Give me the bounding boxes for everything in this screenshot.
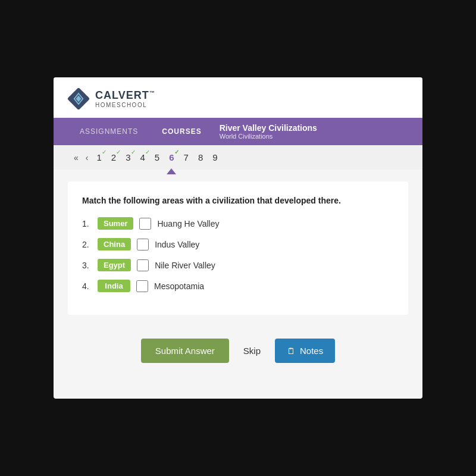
match-row-2: 2. China Indus Valley xyxy=(82,238,394,250)
pagination-bar: « ‹ 1✓ 2✓ 3✓ 4✓ 5 6✓ 7 8 9 xyxy=(54,145,422,170)
app-header: CALVERT™ HOMESCHOOL xyxy=(54,77,422,118)
match-text-1: Huang He Valley xyxy=(157,219,219,228)
breadcrumb-sub: World Civilizations xyxy=(220,133,317,140)
page-6[interactable]: 6✓ xyxy=(165,151,177,164)
page-5[interactable]: 5 xyxy=(151,151,163,164)
match-checkbox-3[interactable] xyxy=(137,259,149,271)
question-area: Match the following areas with a civiliz… xyxy=(68,181,408,315)
page-3[interactable]: 3✓ xyxy=(122,151,134,164)
page-2[interactable]: 2✓ xyxy=(108,151,120,164)
match-number-1: 1. xyxy=(82,219,92,228)
page-4[interactable]: 4✓ xyxy=(137,151,149,164)
calvert-logo-icon xyxy=(68,88,89,109)
submit-button[interactable]: Submit Answer xyxy=(141,339,229,363)
notes-icon: 🗒 xyxy=(287,346,295,356)
page-7[interactable]: 7 xyxy=(180,151,192,164)
match-text-3: Nile River Valley xyxy=(155,261,215,270)
match-checkbox-4[interactable] xyxy=(136,280,148,292)
logo-subtitle: HOMESCHOOL xyxy=(95,102,155,108)
logo-tm: ™ xyxy=(149,90,155,96)
match-row-3: 3. Egypt Nile River Valley xyxy=(82,259,394,271)
match-checkbox-1[interactable] xyxy=(139,218,151,230)
match-number-2: 2. xyxy=(82,240,92,249)
notes-label: Notes xyxy=(300,346,323,356)
nav-assignments[interactable]: ASSIGNMENTS xyxy=(68,119,150,144)
footer-buttons: Submit Answer Skip 🗒 Notes xyxy=(54,327,422,380)
match-label-2: China xyxy=(98,238,131,250)
match-label-1: Sumer xyxy=(98,217,133,230)
logo-title-text: CALVERT xyxy=(95,89,149,101)
match-checkbox-2[interactable] xyxy=(137,239,149,250)
match-number-4: 4. xyxy=(82,281,92,291)
match-label-3: Egypt xyxy=(98,259,131,271)
nav-bar: ASSIGNMENTS COURSES River Valley Civiliz… xyxy=(54,118,422,145)
page-back-single[interactable]: ‹ xyxy=(83,152,91,164)
page-back-double[interactable]: « xyxy=(71,152,81,164)
page-8[interactable]: 8 xyxy=(195,151,206,164)
match-text-2: Indus Valley xyxy=(155,240,199,249)
match-row-4: 4. India Mesopotamia xyxy=(82,280,394,292)
match-number-3: 3. xyxy=(82,261,92,270)
logo-title: CALVERT™ xyxy=(95,89,155,102)
breadcrumb-main: River Valley Civilizations xyxy=(220,123,317,133)
page-9[interactable]: 9 xyxy=(209,151,221,164)
logo-text: CALVERT™ HOMESCHOOL xyxy=(95,89,155,108)
page-1[interactable]: 1✓ xyxy=(93,151,105,164)
match-label-4: India xyxy=(98,280,130,292)
match-text-4: Mesopotamia xyxy=(154,281,204,291)
question-text: Match the following areas with a civiliz… xyxy=(82,196,394,205)
nav-courses[interactable]: COURSES xyxy=(150,119,213,144)
match-row-1: 1. Sumer Huang He Valley xyxy=(82,217,394,230)
nav-breadcrumb: River Valley Civilizations World Civiliz… xyxy=(220,123,317,140)
notes-button[interactable]: 🗒 Notes xyxy=(275,339,335,363)
skip-button[interactable]: Skip xyxy=(239,339,265,363)
